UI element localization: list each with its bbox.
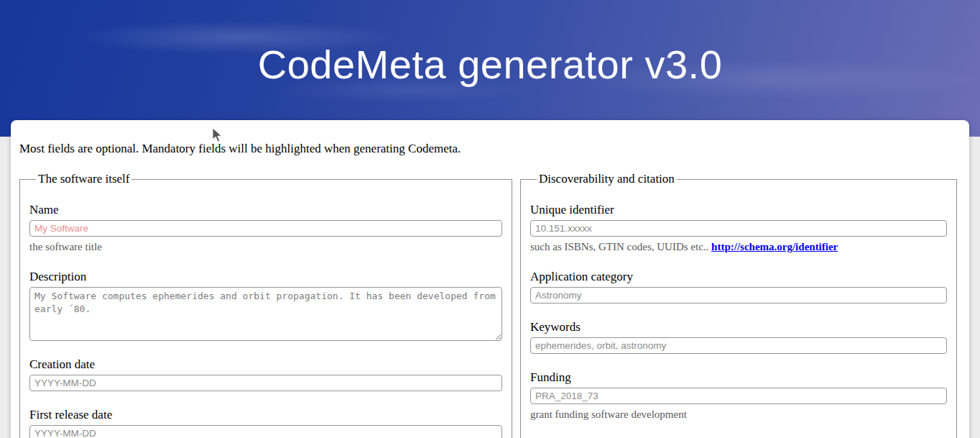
fieldset-discoverability: Discoverability and citation Unique iden… (520, 172, 957, 438)
application-category-label: Application category (530, 270, 947, 284)
page-header: CodeMeta generator v3.0 (0, 0, 980, 137)
funding-note: grant funding software development (530, 409, 947, 421)
page-title: CodeMeta generator v3.0 (0, 0, 980, 88)
keywords-label: Keywords (530, 320, 947, 334)
description-textarea[interactable] (29, 287, 502, 341)
unique-identifier-label: Unique identifier (530, 203, 947, 217)
creation-date-input[interactable] (29, 375, 502, 391)
application-category-input[interactable] (530, 287, 947, 304)
name-label: Name (29, 203, 502, 217)
intro-text: Most fields are optional. Mandatory fiel… (19, 142, 961, 156)
description-label: Description (29, 270, 502, 284)
schema-identifier-link[interactable]: http://schema.org/identifier (711, 241, 838, 252)
field-keywords: Keywords (530, 320, 947, 354)
keywords-input[interactable] (530, 337, 947, 354)
name-input[interactable] (29, 220, 502, 237)
field-unique-identifier: Unique identifier such as ISBNs, GTIN co… (530, 203, 947, 253)
first-release-date-input[interactable] (29, 425, 502, 438)
fieldset-software: The software itself Name the software ti… (19, 172, 512, 438)
creation-date-label: Creation date (29, 357, 502, 372)
funding-input[interactable] (530, 388, 947, 404)
form-columns: The software itself Name the software ti… (19, 172, 961, 438)
field-first-release-date: First release date (29, 408, 502, 438)
unique-identifier-note: such as ISBNs, GTIN codes, UUIDs etc.. h… (530, 241, 947, 253)
field-creation-date: Creation date (29, 357, 502, 391)
main-panel: Most fields are optional. Mandatory fiel… (11, 120, 969, 438)
funding-label: Funding (530, 370, 947, 385)
fieldset-software-legend: The software itself (36, 172, 131, 186)
first-release-date-label: First release date (29, 408, 502, 422)
field-description: Description (29, 270, 502, 341)
name-note: the software title (29, 241, 502, 253)
unique-identifier-input[interactable] (530, 220, 947, 237)
fieldset-discoverability-legend: Discoverability and citation (537, 172, 677, 186)
unique-identifier-note-text: such as ISBNs, GTIN codes, UUIDs etc.. (530, 241, 711, 252)
field-application-category: Application category (530, 270, 947, 304)
field-name: Name the software title (29, 203, 502, 253)
field-funding: Funding grant funding software developme… (530, 370, 947, 421)
